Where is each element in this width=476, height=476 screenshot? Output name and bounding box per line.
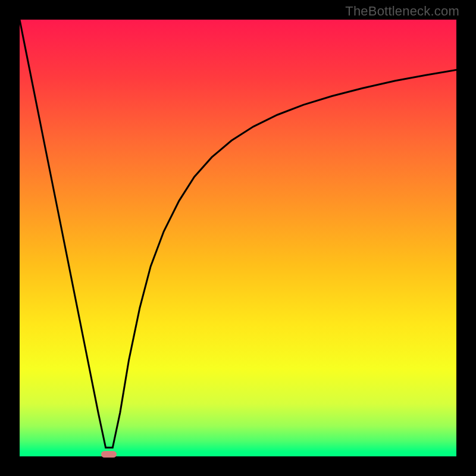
watermark-text: TheBottleneck.com bbox=[345, 4, 459, 19]
optimal-point-marker bbox=[101, 451, 117, 458]
chart-frame: TheBottleneck.com bbox=[0, 0, 476, 476]
plot-gradient-background bbox=[20, 20, 456, 456]
